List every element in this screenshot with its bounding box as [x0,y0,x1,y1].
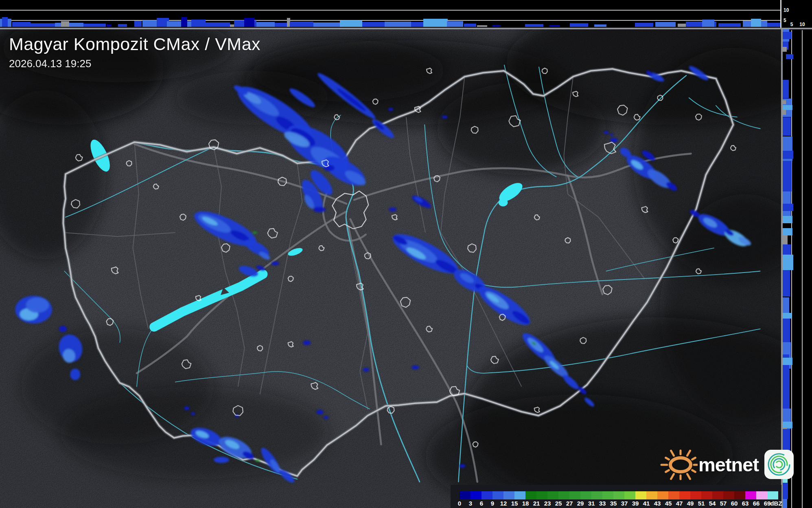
colorbar-cell [690,491,701,499]
echo-top-bar [167,21,191,27]
echo-top-bar [340,20,362,27]
echo-cell [271,262,279,265]
right-axis-label-5km: 5 [790,22,793,27]
echo-cell [70,369,80,380]
colorbar-cell [503,491,514,499]
echo-top-bar [783,422,792,428]
colorbar-cell [525,491,536,499]
colorbar-tick-label: 51 [698,500,705,507]
echo-top-bar [423,19,448,27]
colorbar-tick-label: 60 [731,500,738,507]
colorbar-tick-label: 31 [588,500,595,507]
colorbar-tick-label: 57 [720,500,727,507]
colorbar-cell [471,491,482,499]
colorbar-cell [624,491,635,499]
echo-top-bar [783,244,791,256]
colorbar-tick-label: 41 [643,500,650,507]
colorbar-tick-label: 0 [458,500,461,507]
echo-top-bar [783,105,792,110]
colorbar-tick-label: 25 [555,500,562,507]
echo-top-bar [191,20,206,27]
colorbar-cell [646,491,657,499]
timestamp: 2026.04.13 19:25 [9,57,260,70]
echo-cell [388,108,393,111]
echo-top-bar [783,358,792,365]
colorbar-tick-label: 63 [742,500,749,507]
colorbar-cell [734,491,745,499]
colorbar-cell [712,491,723,499]
sun-ray [692,458,696,460]
colorbar-cell [668,491,679,499]
colorbar-cell [536,491,547,499]
echo-top-bar [783,235,788,246]
colorbar-tick-label: 18 [522,500,529,507]
echo-top-bar [385,22,411,27]
echo-top-bar [783,100,786,104]
colorbar-cell [657,491,668,499]
dbz-colorbar: 0369121518212325272931333537394143454749… [451,485,781,508]
colorbar-tick-label: 23 [544,500,551,507]
right-profile-chart [781,28,812,508]
echo-top-bar [313,22,340,27]
colorbar-cell [745,491,756,499]
colorbar-tick-label: 66 [753,500,760,507]
colorbar-cell [767,491,778,499]
echo-cell [610,134,613,136]
echo-top-bar [2,17,8,27]
echo-top-bar [702,20,714,27]
echo-top-bar [464,24,476,27]
echo-top-bar [134,21,142,27]
echo-top-bar [783,483,788,499]
echo-top-bar [206,22,230,27]
colorbar-tick-label: 3 [469,500,472,507]
panel-separator-horizontal [0,28,812,29]
colorbar-tick-label: 35 [610,500,617,507]
colorbar-cell [613,491,624,499]
sun-ray [671,474,674,479]
echo-top-bar [635,23,653,27]
colorbar-tick-label: 29 [577,500,584,507]
echo-top-bar [783,370,790,409]
echo-top-bar [287,18,290,27]
echo-cell [389,208,396,211]
sun-ray [666,470,669,472]
colorbar-tick-label: 54 [709,500,716,507]
echo-cell [363,368,369,372]
colorbar-cell [635,491,646,499]
sun-icon [660,446,698,483]
echo-cell [214,457,229,463]
colorbar-tick-label: 15 [511,500,518,507]
echo-cell [255,460,260,462]
echo-top-bar [244,18,254,27]
echo-cell [317,410,324,414]
colorbar-cell [580,491,591,499]
echo-top-bar [570,23,588,27]
echo-top-bar [181,17,187,27]
colorbar-cell [482,491,492,499]
sun-ray [687,451,690,455]
echo-top-bar [767,23,781,27]
metnet-logo: metnet [660,446,782,483]
colorbar-cell [591,491,602,499]
sun-ray [687,474,690,479]
echo-top-bar [549,25,560,27]
colorbar-cell [679,491,690,499]
echo-top-bar [447,21,463,27]
echo-top-bar [783,216,792,223]
echo-top-bar [783,151,793,159]
echo-top-bar [61,21,69,27]
right-altitude-profile-panel [781,28,812,508]
title-block: Magyar Kompozit CMax / VMax 2026.04.13 1… [9,34,260,70]
echo-cell [59,326,67,332]
lake [499,199,508,207]
echo-top-bar [783,255,793,270]
echo-top-bar [783,161,792,191]
echo-cell [191,412,195,416]
page-title: Magyar Kompozit CMax / VMax [9,34,260,54]
colorbar-tick-label: 33 [599,500,606,507]
colorbar-cell [547,491,558,499]
echo-top-bar [783,204,793,211]
colorbar-tick-label: 43 [654,500,661,507]
echo-cell [184,406,189,410]
top-altitude-profile-panel [0,0,781,28]
